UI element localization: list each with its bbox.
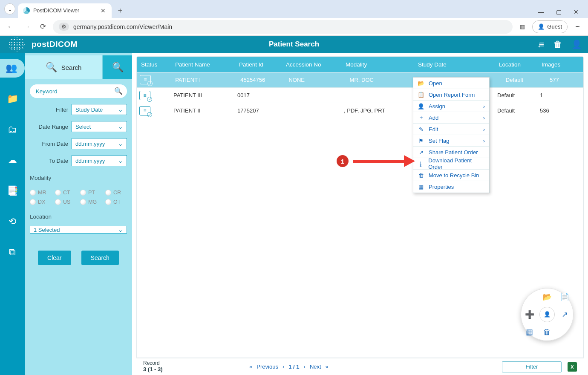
menu-item-icon: ▦ (418, 184, 424, 190)
context-menu-item[interactable]: 👤Assign› (413, 101, 489, 112)
fab-add-icon[interactable]: ➕ (525, 310, 534, 319)
daterange-select[interactable]: Select ⌄ (72, 121, 127, 132)
fab-open-icon[interactable]: 📂 (542, 292, 552, 302)
modality-chip-dx[interactable]: DX (30, 199, 52, 205)
pager-next[interactable]: Next (310, 363, 321, 370)
modality-chip-mr[interactable]: MR (30, 190, 52, 196)
context-menu-item[interactable]: ▦Properties (413, 181, 489, 193)
browser-menu-button[interactable] (571, 20, 584, 33)
rail-upload-icon[interactable]: ☁ (0, 151, 25, 170)
pager-first-icon[interactable]: « (249, 363, 252, 370)
fab-share-icon[interactable]: ↗ (562, 310, 568, 319)
close-window-icon[interactable]: ✕ (574, 9, 579, 15)
filter-button[interactable]: Filter (502, 361, 562, 372)
user-account-icon[interactable]: 👤 (571, 39, 582, 49)
modality-chip-pt[interactable]: PT (80, 190, 102, 196)
fromdate-input[interactable]: dd.mm.yyyy ⌄ (72, 138, 127, 149)
modality-chip-ct[interactable]: CT (55, 190, 77, 196)
keyword-input[interactable] (30, 84, 127, 98)
table-cell: 0017 (237, 92, 284, 98)
table-row[interactable]: ≡PATIENT III001727.12.2018 08:44:32Defau… (137, 87, 583, 103)
status-icon: ≡ (139, 91, 150, 100)
table-header-cell[interactable]: Patient Id (237, 61, 284, 68)
rail-sync-icon[interactable]: ⟲ (0, 212, 25, 231)
sort-icon[interactable]: ≡ (537, 40, 544, 49)
context-menu-item[interactable]: 📂Open (413, 78, 489, 89)
fab-properties-icon[interactable]: ▦ (526, 327, 533, 337)
menu-item-icon: ⚑ (418, 138, 424, 144)
rail-worklist-icon[interactable]: 📑 (0, 182, 25, 200)
rail-screens-icon[interactable]: ⧉ (0, 243, 25, 262)
chevron-down-icon: ⌄ (118, 140, 123, 147)
side-panel-icon[interactable]: ▥ (516, 20, 529, 33)
context-menu-item[interactable]: 📋Open Report Form (413, 89, 489, 101)
chevron-down-icon: ⌄ (118, 106, 123, 113)
table-row[interactable]: ≡PATIENT I45254756NONEMR, DOC13.02.2021 … (137, 72, 583, 87)
tab-advanced-search[interactable]: 🔍 (102, 55, 132, 79)
search-button[interactable]: Search (81, 251, 119, 265)
context-menu-item[interactable]: ⭳Download Patient Order (413, 158, 489, 170)
profile-chip[interactable]: 👤 Guest (532, 20, 568, 33)
keyword-search-icon[interactable]: 🔍 (114, 87, 123, 95)
rail-patients-icon[interactable]: 👥 (0, 59, 25, 78)
pager-next-icon[interactable]: › (304, 363, 306, 370)
site-settings-icon[interactable]: ⚙ (59, 23, 69, 31)
rail-reports-icon[interactable]: 🗂 (0, 120, 25, 139)
recycle-bin-icon[interactable]: 🗑 (553, 40, 562, 49)
table-header-cell[interactable]: Study Date (416, 61, 497, 68)
table-header-cell[interactable]: Modality (344, 61, 416, 68)
modality-chip-us[interactable]: US (55, 199, 77, 205)
table-cell: Default (497, 92, 540, 98)
tab-search[interactable]: 🔍 Search (25, 55, 102, 79)
fab-delete-icon[interactable]: 🗑 (543, 328, 551, 337)
new-tab-button[interactable]: ＋ (114, 4, 126, 16)
table-header-cell[interactable]: Status (139, 61, 173, 68)
chevron-right-icon: › (483, 115, 485, 121)
menu-item-label: Add (429, 115, 438, 121)
clear-button[interactable]: Clear (38, 251, 71, 265)
rail-folders-icon[interactable]: 📁 (0, 89, 25, 108)
fab-report-icon[interactable]: 📄 (560, 292, 569, 302)
nav-reload-button[interactable]: ⟳ (37, 20, 49, 33)
tab-list-button[interactable]: ⌄ (4, 3, 15, 14)
close-tab-icon[interactable]: ✕ (101, 7, 107, 14)
table-header-cell[interactable]: Images (540, 61, 570, 68)
table-cell: ≡ (139, 106, 173, 115)
radio-icon (105, 190, 111, 196)
omnibox[interactable]: ⚙ germany.postdicom.com/Viewer/Main (53, 20, 513, 34)
brand-logo: postDICOM (32, 40, 78, 49)
radio-icon (30, 199, 36, 205)
modality-chip-mg[interactable]: MG (80, 199, 102, 205)
modality-chip-cr[interactable]: CR (105, 190, 127, 196)
export-excel-icon[interactable]: X (568, 362, 577, 372)
todate-input[interactable]: dd.mm.yyyy ⌄ (72, 155, 127, 166)
table-header-cell[interactable]: Accession No (284, 61, 344, 68)
radio-icon (105, 199, 111, 205)
context-menu-item[interactable]: ↗Share Patient Order (413, 147, 489, 158)
pager-prev-icon[interactable]: ‹ (282, 363, 284, 370)
context-menu-item[interactable]: ⚑Set Flag› (413, 135, 489, 147)
context-menu-item[interactable]: ✎Edit› (413, 124, 489, 135)
browser-tab[interactable]: PostDICOM Viewer ✕ (18, 3, 112, 18)
table-header-cell[interactable]: Patient Name (173, 61, 237, 68)
status-icon: ≡ (139, 106, 150, 115)
chevron-down-icon: ⌄ (118, 226, 123, 233)
table-header-cell[interactable]: Location (497, 61, 540, 68)
annotation-arrow: 1 (337, 155, 415, 167)
context-menu-item[interactable]: ＋Add› (413, 112, 489, 124)
menu-item-label: Share Patient Order (429, 149, 478, 156)
minimize-icon[interactable]: — (538, 9, 544, 15)
browser-tabbar: ⌄ PostDICOM Viewer ✕ ＋ — ▢ ✕ (0, 0, 588, 18)
pager-last-icon[interactable]: » (326, 363, 329, 370)
nav-back-button[interactable]: ← (4, 20, 17, 33)
location-select[interactable]: 1 Selected ⌄ (30, 226, 127, 234)
table-row[interactable]: ≡PATIENT II1775207, PDF, JPG, PRT22.12.2… (137, 103, 583, 118)
filter-select[interactable]: Study Date ⌄ (72, 104, 127, 115)
modality-chip-ot[interactable]: OT (105, 199, 127, 205)
pager-prev[interactable]: Previous (257, 363, 278, 370)
table-cell: PATIENT III (173, 92, 237, 98)
fab-assign-icon[interactable]: 👤 (539, 307, 555, 322)
maximize-icon[interactable]: ▢ (556, 9, 562, 15)
context-menu-item[interactable]: 🗑Move to Recycle Bin (413, 170, 489, 181)
menu-item-icon: ＋ (418, 114, 424, 121)
